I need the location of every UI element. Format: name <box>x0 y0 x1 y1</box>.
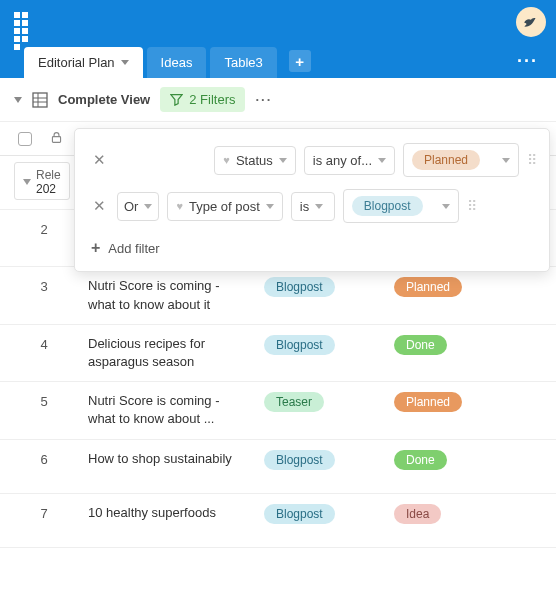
filter-value-dropdown[interactable]: Planned <box>403 143 519 177</box>
chevron-down-icon <box>378 158 386 163</box>
cell-title[interactable]: How to shop sustainabily <box>88 450 264 468</box>
content-area: Rele 202 ✕ ♥ Status is any of... Planned… <box>0 156 556 548</box>
cell-status[interactable]: Done <box>394 335 534 355</box>
filter-field-dropdown[interactable]: ♥ Status <box>214 146 295 175</box>
row-number: 4 <box>0 335 88 352</box>
tab-table3[interactable]: Table3 <box>210 47 276 78</box>
type-pill: Blogpost <box>264 504 335 524</box>
status-pill: Idea <box>394 504 441 524</box>
remove-filter-button[interactable]: ✕ <box>89 197 109 215</box>
plus-icon: + <box>91 239 100 257</box>
collapse-views-icon[interactable] <box>14 97 22 103</box>
table-row[interactable]: 6How to shop sustainabilyBlogpostDone <box>0 440 556 494</box>
filters-label: 2 Filters <box>189 92 235 107</box>
filter-operator-label: is <box>300 199 309 214</box>
row-number: 5 <box>0 392 88 409</box>
status-pill: Planned <box>394 277 462 297</box>
tab-label: Editorial Plan <box>38 55 115 70</box>
row-number: 3 <box>0 277 88 294</box>
tab-ideas[interactable]: Ideas <box>147 47 207 78</box>
row-number: 7 <box>0 504 88 521</box>
svg-rect-4 <box>52 136 60 142</box>
cell-type[interactable]: Teaser <box>264 392 394 412</box>
toolbar-more-button[interactable]: ··· <box>255 92 272 107</box>
tab-label: Ideas <box>161 55 193 70</box>
bird-icon <box>522 13 540 31</box>
chevron-down-icon <box>279 158 287 163</box>
cell-type[interactable]: Blogpost <box>264 335 394 355</box>
view-toolbar: Complete View 2 Filters ··· <box>0 78 556 122</box>
single-select-icon: ♥ <box>176 200 183 212</box>
filters-button[interactable]: 2 Filters <box>160 87 245 112</box>
tab-editorial-plan[interactable]: Editorial Plan <box>24 47 143 78</box>
table-row[interactable]: 4Delicious recipes for asparagus seasonB… <box>0 325 556 382</box>
cell-status[interactable]: Done <box>394 450 534 470</box>
status-pill: Done <box>394 335 447 355</box>
filter-value-dropdown[interactable]: Blogpost <box>343 189 459 223</box>
status-pill: Planned <box>394 392 462 412</box>
chevron-down-icon <box>266 204 274 209</box>
add-filter-button[interactable]: + Add filter <box>89 235 535 261</box>
filter-field-label: Type of post <box>189 199 260 214</box>
filter-value-pill: Planned <box>412 150 480 170</box>
filter-row: ✕ ♥ Status is any of... Planned ⠿ <box>89 143 535 177</box>
cell-title[interactable]: Nutri Score is coming - what to know abo… <box>88 392 264 428</box>
cell-title[interactable]: 10 healthy superfoods <box>88 504 264 522</box>
status-pill: Done <box>394 450 447 470</box>
table-row[interactable]: 710 healthy superfoodsBlogpostIdea <box>0 494 556 548</box>
select-all-checkbox[interactable] <box>18 132 32 146</box>
filter-panel: ✕ ♥ Status is any of... Planned ⠿ ✕ Or <box>74 128 550 272</box>
cell-type[interactable]: Blogpost <box>264 277 394 297</box>
drag-handle-icon[interactable]: ⠿ <box>527 152 535 168</box>
cell-type[interactable]: Blogpost <box>264 450 394 470</box>
cell-title[interactable]: Delicious recipes for asparagus season <box>88 335 264 371</box>
filter-icon <box>170 93 183 106</box>
cell-type[interactable]: Blogpost <box>264 504 394 524</box>
drag-handle-icon[interactable]: ⠿ <box>467 198 475 214</box>
filter-field-label: Status <box>236 153 273 168</box>
remove-filter-button[interactable]: ✕ <box>89 151 109 169</box>
view-name[interactable]: Complete View <box>58 92 150 107</box>
single-select-icon: ♥ <box>223 154 230 166</box>
type-pill: Blogpost <box>264 335 335 355</box>
type-pill: Teaser <box>264 392 324 412</box>
column-header-value: 202 <box>36 182 61 196</box>
apps-icon[interactable] <box>10 8 38 36</box>
type-pill: Blogpost <box>264 277 335 297</box>
filter-conjunction-label: Or <box>124 199 138 214</box>
tabs-overflow-button[interactable]: ··· <box>511 51 544 78</box>
cell-status[interactable]: Planned <box>394 277 534 297</box>
add-table-button[interactable]: + <box>289 50 311 72</box>
lock-icon[interactable] <box>50 131 63 147</box>
type-pill: Blogpost <box>264 450 335 470</box>
table-row[interactable]: 3Nutri Score is coming - what to know ab… <box>0 267 556 324</box>
cell-status[interactable]: Planned <box>394 392 534 412</box>
cell-status[interactable]: Idea <box>394 504 534 524</box>
column-header-label: Rele <box>36 168 61 182</box>
chevron-down-icon <box>23 179 31 185</box>
add-filter-label: Add filter <box>108 241 159 256</box>
filter-operator-label: is any of... <box>313 153 372 168</box>
filter-operator-dropdown[interactable]: is any of... <box>304 146 395 175</box>
svg-rect-0 <box>33 93 47 107</box>
avatar[interactable] <box>516 7 546 37</box>
cell-title[interactable]: Nutri Score is coming - what to know abo… <box>88 277 264 313</box>
chevron-down-icon <box>502 158 510 163</box>
filter-row: ✕ Or ♥ Type of post is Blogpost ⠿ <box>89 189 535 223</box>
row-number: 6 <box>0 450 88 467</box>
filter-conjunction-dropdown[interactable]: Or <box>117 192 159 221</box>
top-bar <box>0 0 556 44</box>
grid-view-icon[interactable] <box>32 92 48 108</box>
chevron-down-icon[interactable] <box>121 60 129 65</box>
chevron-down-icon <box>144 204 152 209</box>
filter-field-dropdown[interactable]: ♥ Type of post <box>167 192 282 221</box>
tab-label: Table3 <box>224 55 262 70</box>
table-row[interactable]: 5Nutri Score is coming - what to know ab… <box>0 382 556 439</box>
chevron-down-icon <box>315 204 323 209</box>
filter-operator-dropdown[interactable]: is <box>291 192 335 221</box>
table-tabs: Editorial Plan Ideas Table3 + ··· <box>0 44 556 78</box>
filter-value-pill: Blogpost <box>352 196 423 216</box>
column-header-release[interactable]: Rele 202 <box>14 162 70 200</box>
chevron-down-icon <box>442 204 450 209</box>
